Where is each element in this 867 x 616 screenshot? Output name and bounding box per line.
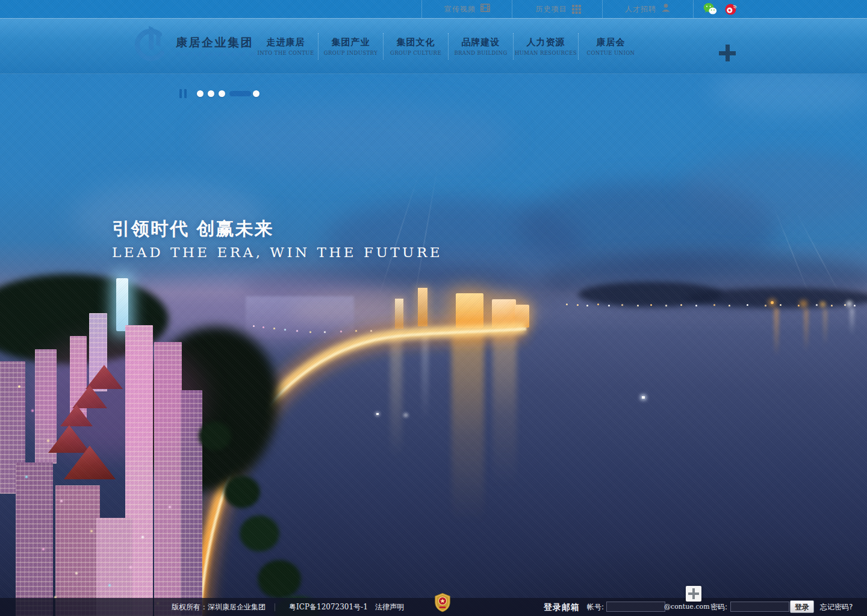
login-button[interactable]: 登录 [790, 600, 814, 613]
nav-item-human-resources[interactable]: 人力资源 HUMAN RESOURCES [513, 33, 578, 60]
nav-label-cn: 走进康居 [253, 37, 318, 48]
topbar-link-label: 人才招聘 [625, 4, 656, 14]
tree [258, 560, 301, 599]
nav-label-en: HUMAN RESOURCES [514, 50, 578, 56]
hero-title-cn: 引领时代 创赢未来 [112, 217, 443, 241]
footer: 版权所有：深圳康居企业集团 粤ICP备12072301号-1 法律声明 登录邮箱… [0, 598, 867, 616]
grid-icon [572, 5, 574, 7]
slider-active-indicator[interactable] [229, 91, 251, 96]
nav-item-brand-building[interactable]: 品牌建设 BRAND BUILDING [448, 33, 513, 60]
tree [224, 476, 260, 508]
main-navigation: 康居企业集团 CONTUE ENTERPRISE GROUP 走进康居 INTO… [0, 19, 867, 74]
nav-expand-plus-icon[interactable] [719, 45, 736, 61]
footer-divider [275, 603, 275, 611]
city-lights [18, 385, 20, 388]
topbar-link-label: 历史项目 [536, 4, 567, 14]
password-label: 密码: [710, 598, 727, 616]
nav-label-en: GROUP INDUSTRY [319, 50, 383, 56]
tree [199, 422, 231, 450]
slider-dot-1[interactable] [197, 90, 204, 97]
nav-menu: 走进康居 INTO THE CONTUE 集团产业 GROUP INDUSTRY… [253, 19, 643, 73]
account-label: 帐号: [587, 598, 604, 616]
password-input[interactable] [730, 602, 789, 612]
nav-label-en: GROUP CULTURE [384, 50, 448, 56]
social-icons [703, 2, 738, 17]
hero-title-en: LEAD THE ERA, WIN THE FUTURE [112, 244, 443, 260]
nav-label-en: INTO THE CONTUE [253, 50, 318, 56]
person-icon [661, 3, 671, 14]
tree [240, 515, 279, 552]
topbar-link-video[interactable]: 宣传视频 [421, 0, 512, 18]
cyan-tower [116, 278, 128, 331]
slider-controls [179, 88, 259, 99]
footer-expand-plus-icon[interactable] [686, 586, 701, 602]
topbar: 宣传视频 历史项目 人才招聘 [0, 0, 867, 19]
nav-label-cn: 集团产业 [319, 37, 383, 48]
nav-item-contue-union[interactable]: 康居会 CONTUE UNION [578, 33, 643, 60]
slider-dot-3[interactable] [219, 90, 225, 97]
topbar-link-recruit[interactable]: 人才招聘 [602, 0, 694, 18]
forgot-password-link[interactable]: 忘记密码? [820, 598, 853, 616]
city-tower [16, 462, 53, 616]
pause-icon[interactable] [179, 89, 187, 98]
email-login-title: 登录邮箱 [544, 598, 580, 616]
account-input[interactable] [606, 602, 665, 612]
logo-mark-icon [130, 23, 170, 68]
nav-label-en: BRAND BUILDING [449, 50, 513, 56]
nav-item-into-the-contue[interactable]: 走进康居 INTO THE CONTUE [253, 33, 318, 60]
hero-background-photo [0, 0, 867, 616]
legal-notice-link[interactable]: 法律声明 [375, 598, 404, 616]
police-badge-icon[interactable] [434, 593, 451, 615]
logo[interactable]: 康居企业集团 CONTUE ENTERPRISE GROUP [130, 23, 271, 68]
nav-item-group-industry[interactable]: 集团产业 GROUP INDUSTRY [318, 33, 383, 60]
nav-label-cn: 品牌建设 [449, 37, 513, 48]
copyright-text: 版权所有：深圳康居企业集团 [172, 598, 266, 616]
nav-label-cn: 康居会 [579, 37, 643, 48]
icp-number[interactable]: 粤ICP备12072301号-1 [289, 598, 368, 616]
city-tower [55, 485, 100, 616]
slider-dot-4[interactable] [253, 90, 259, 97]
nav-item-group-culture[interactable]: 集团文化 GROUP CULTURE [383, 33, 448, 60]
nav-label-cn: 集团文化 [384, 37, 448, 48]
topbar-link-projects[interactable]: 历史项目 [512, 0, 603, 18]
nav-label-cn: 人力资源 [514, 37, 578, 48]
wechat-icon[interactable] [703, 2, 717, 17]
film-icon [480, 4, 490, 14]
weibo-icon[interactable] [724, 2, 738, 17]
city-glow [24, 337, 205, 458]
slider-dot-2[interactable] [208, 90, 214, 97]
nav-label-en: CONTUE UNION [579, 50, 643, 56]
topbar-link-label: 宣传视频 [444, 4, 476, 14]
hero-slogan: 引领时代 创赢未来 LEAD THE ERA, WIN THE FUTURE [112, 217, 443, 260]
